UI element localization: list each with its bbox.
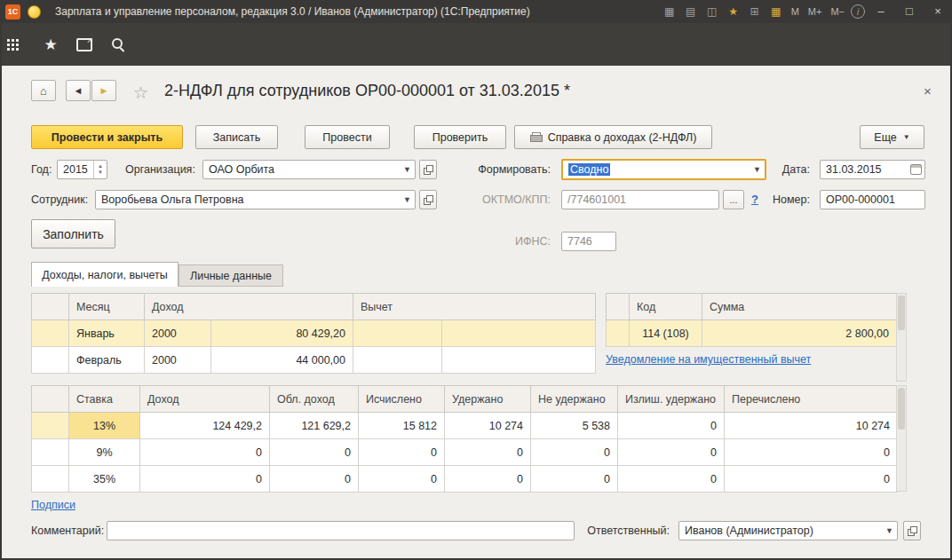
calculated-cell[interactable]: 15 812 [359,413,445,439]
table-row[interactable]: Февраль 2000 44 000,00 [32,347,596,374]
fill-button[interactable]: Заполнить [31,219,115,248]
spinner-arrows-icon[interactable]: ▲▼ [93,161,107,178]
ifns-field[interactable]: 7746 [561,232,616,251]
save-icon[interactable]: ▦ [661,1,678,22]
calculator-icon[interactable]: ⊞ [746,1,764,22]
generate-combo[interactable]: Сводно ▼ [561,159,766,180]
window-close-button[interactable]: × [925,1,950,22]
transferred-cell[interactable]: 10 274 [725,413,898,439]
organization-open-button[interactable] [419,160,437,179]
oktmo-more-button[interactable]: ... [723,190,744,209]
memory-m-button[interactable]: M [789,6,802,17]
income-cell[interactable]: 0 [140,466,270,493]
organization-combo[interactable]: ОАО Орбита ▼ [202,160,416,179]
row-marker-cell[interactable] [607,320,630,347]
row-marker-cell[interactable] [32,466,69,493]
calculated-cell[interactable]: 0 [359,466,445,493]
write-button[interactable]: Записать [195,125,278,149]
signatures-link[interactable]: Подписи [31,499,75,511]
chevron-down-icon[interactable]: ▼ [882,526,897,535]
home-button[interactable]: ⌂ [31,80,56,101]
table-row[interactable]: 9% 0 0 0 0 0 0 0 [32,439,898,466]
deduction-amount-cell[interactable] [442,347,596,374]
chevron-down-icon[interactable]: ▼ [750,165,765,174]
month-cell[interactable]: Январь [69,320,145,347]
over-withheld-cell[interactable]: 0 [618,413,725,439]
comment-input[interactable] [107,521,575,540]
minimize-button[interactable]: – [869,1,893,22]
table-row[interactable]: 13% 124 429,2 121 629,2 15 812 10 274 5 … [32,413,898,439]
post-and-close-button[interactable]: Провести и закрыть [31,125,183,149]
year-spinner[interactable]: 2015 ▲▼ [57,160,107,179]
favorites-button[interactable]: ★ [34,35,67,54]
row-marker-cell[interactable] [32,413,69,439]
service-circle-icon[interactable] [28,5,41,19]
date-field[interactable]: 31.03.2015 [820,160,925,179]
withheld-cell[interactable]: 10 274 [445,413,531,439]
tab-incomes-taxes[interactable]: Доходы, налоги, вычеты [31,262,178,287]
transferred-cell[interactable]: 0 [725,439,898,466]
over-withheld-cell[interactable]: 0 [618,439,725,466]
month-cell[interactable]: Февраль [69,347,145,374]
post-button[interactable]: Провести [305,125,390,149]
table-row[interactable]: 114 (108) 2 800,00 [607,320,897,347]
chevron-down-icon[interactable]: ▼ [400,165,415,174]
not-withheld-cell[interactable]: 0 [531,439,618,466]
income-amount-cell[interactable]: 44 000,00 [211,347,353,374]
maximize-button[interactable]: □ [897,1,922,22]
table-row[interactable]: Январь 2000 80 429,20 [32,320,596,347]
employee-combo[interactable]: Воробьева Ольга Петровна ▼ [95,190,416,209]
vertical-scrollbar[interactable] [896,293,907,382]
favorites-star-icon[interactable]: ★ [725,1,742,22]
calculated-cell[interactable]: 0 [359,439,445,466]
deduction-amount-cell[interactable] [442,320,596,347]
memory-m-minus-button[interactable]: M− [828,6,847,17]
income-code-cell[interactable]: 2000 [145,320,211,347]
deduction-code-cell[interactable] [353,347,442,374]
responsible-combo[interactable]: Иванов (Администратор) ▼ [678,521,898,540]
more-button[interactable]: Еще ▼ [860,125,924,149]
not-withheld-cell[interactable]: 5 538 [531,413,618,439]
row-marker-cell[interactable] [32,347,69,374]
income-reference-button[interactable]: Справка о доходах (2-НДФЛ) [514,125,712,149]
taxable-cell[interactable]: 121 629,2 [270,413,359,439]
not-withheld-cell[interactable]: 0 [531,466,618,493]
table-row[interactable]: 35% 0 0 0 0 0 0 0 [32,466,898,493]
property-deduction-notice-link[interactable]: Уведомление на имущественный вычет [606,353,811,366]
oktmo-field[interactable]: /774601001 [561,190,719,209]
tab-personal-data[interactable]: Личные данные [178,264,283,287]
memory-m-plus-button[interactable]: M+ [805,6,825,17]
transferred-cell[interactable]: 0 [725,466,898,493]
rate-cell[interactable]: 13% [69,413,140,439]
income-cell[interactable]: 124 429,2 [140,413,270,439]
rate-cell[interactable]: 35% [69,466,140,493]
check-button[interactable]: Проверить [414,125,506,149]
taxable-cell[interactable]: 0 [270,466,359,493]
deduction-amount-cell[interactable]: 2 800,00 [702,320,897,347]
calendar-picker-button[interactable] [907,164,924,175]
income-amount-cell[interactable]: 80 429,20 [211,320,353,347]
income-cell[interactable]: 0 [140,439,270,466]
search-button[interactable] [101,38,135,51]
print-preview-icon[interactable]: ◫ [703,1,721,22]
deduction-code-cell[interactable] [353,320,442,347]
vertical-scrollbar[interactable] [896,385,907,492]
chevron-down-icon[interactable]: ▼ [400,195,415,204]
row-marker-cell[interactable] [32,320,69,347]
number-field[interactable]: ОР00-000001 [820,190,925,209]
form-close-button[interactable]: × [924,83,932,99]
oktmo-help-link[interactable]: ? [751,193,758,206]
row-marker-cell[interactable] [32,439,69,466]
add-favorite-star-icon[interactable]: ☆ [133,83,148,103]
calendar-icon[interactable]: ▦ [767,1,785,22]
history-button[interactable]: ↗ [67,38,101,51]
taxable-cell[interactable]: 0 [270,439,359,466]
forward-button[interactable]: ► [91,80,116,101]
employee-open-button[interactable] [419,190,437,209]
responsible-open-button[interactable] [903,521,921,540]
withheld-cell[interactable]: 0 [445,466,531,493]
deduction-code-cell[interactable]: 114 (108) [630,320,702,347]
print-icon[interactable]: ▤ [682,1,700,22]
back-button[interactable]: ◄ [66,80,91,101]
income-code-cell[interactable]: 2000 [145,347,211,374]
